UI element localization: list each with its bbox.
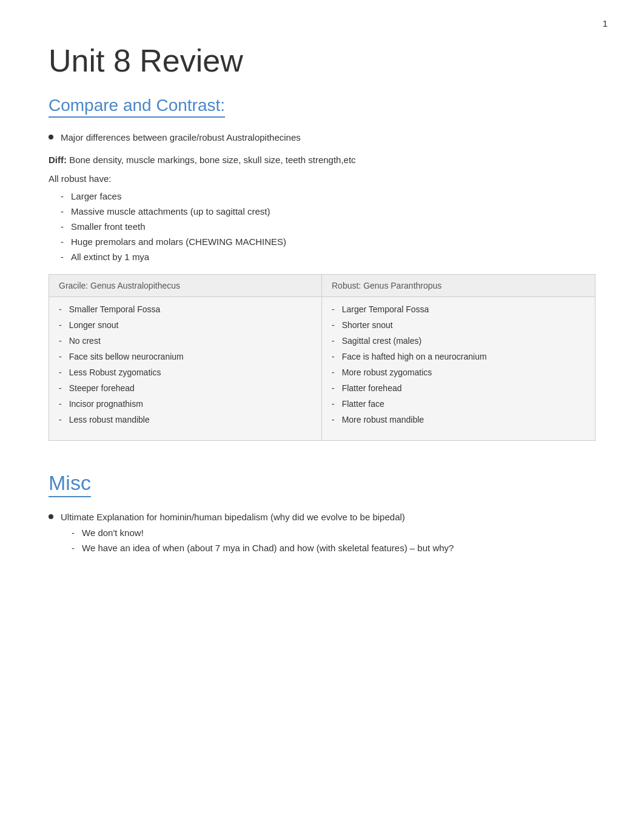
bullet-dot-2 [49,514,53,519]
compare-contrast-title: Compare and Contrast: [49,96,225,118]
gracile-item-6: Incisor prognathism [59,399,312,409]
gracile-body: Smaller Temporal Fossa Longer snout No c… [49,297,322,440]
list-item-larger-faces: Larger faces [61,191,595,201]
robust-features-list: Larger faces Massive muscle attachments … [61,191,595,262]
bullet-australopithecines: Major differences between gracile/robust… [49,131,595,145]
gracile-list: Smaller Temporal Fossa Longer snout No c… [59,304,312,424]
all-robust-label: All robust have: [49,173,595,184]
robust-item-7: More robust mandible [332,415,585,424]
bullet-bipedalism-text: Ultimate Explanation for hominin/human b… [61,512,405,522]
robust-item-1: Shorter snout [332,320,585,330]
list-item-all-extinct: All extinct by 1 mya [61,252,595,262]
robust-header: Robust: Genus Paranthropus [322,275,595,297]
list-item-huge-premolars: Huge premolars and molars (CHEWING MACHI… [61,236,595,247]
robust-body: Larger Temporal Fossa Shorter snout Sagi… [322,297,595,440]
robust-list: Larger Temporal Fossa Shorter snout Sagi… [332,304,585,424]
gracile-item-1: Longer snout [59,320,312,330]
robust-item-6: Flatter face [332,399,585,409]
robust-item-3: Face is hafted high on a neurocranium [332,352,585,361]
nested-list: We don't know! We have an idea of when (… [72,528,454,553]
diff-line: Diff: Bone density, muscle markings, bon… [49,155,595,165]
gracile-item-2: No crest [59,336,312,346]
bullet-bipedalism: Ultimate Explanation for hominin/human b… [49,511,595,558]
robust-item-4: More robust zygomatics [332,367,585,377]
comparison-table: Gracile: Genus Australopithecus Robust: … [49,274,595,441]
robust-item-5: Flatter forehead [332,383,585,393]
gracile-item-7: Less robust mandible [59,415,312,424]
main-title: Unit 8 Review [49,42,595,79]
nested-item-1: We have an idea of when (about 7 mya in … [72,543,454,553]
page-number: 1 [603,18,608,29]
diff-label: Diff: [49,155,67,165]
diff-text: Bone density, muscle markings, bone size… [69,155,355,165]
gracile-item-0: Smaller Temporal Fossa [59,304,312,314]
list-item-smaller-front-teeth: Smaller front teeth [61,221,595,232]
gracile-item-3: Face sits bellow neurocranium [59,352,312,361]
robust-item-2: Sagittal crest (males) [332,336,585,346]
robust-item-0: Larger Temporal Fossa [332,304,585,314]
nested-item-0: We don't know! [72,528,454,538]
bullet-australopithecines-text: Major differences between gracile/robust… [61,131,301,145]
bullet-dot-1 [49,135,53,139]
misc-title: Misc [49,471,91,497]
gracile-item-5: Steeper forehead [59,383,312,393]
list-item-massive-muscle: Massive muscle attachments (up to sagitt… [61,206,595,216]
gracile-item-4: Less Robust zygomatics [59,367,312,377]
gracile-header: Gracile: Genus Australopithecus [49,275,322,297]
